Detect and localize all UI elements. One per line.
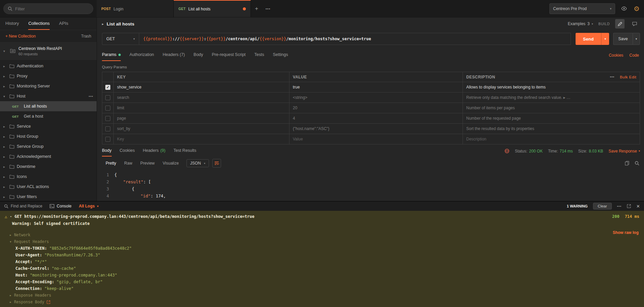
response-tab-headers[interactable]: Headers(9) (143, 148, 166, 157)
log-filter-dropdown[interactable]: All Logs ▾ (79, 204, 98, 208)
copy-icon[interactable] (625, 161, 629, 166)
new-collection-button[interactable]: + New Collection (5, 34, 36, 39)
examples-dropdown[interactable]: Examples 3 ▾ (568, 21, 593, 26)
sidebar-folder-authentication[interactable]: ▸Authentication (0, 61, 97, 71)
environment-selector[interactable]: Centreon Pre Prod ▾ (549, 3, 615, 14)
param-description[interactable]: Retrieve only data matching the defined … (463, 93, 640, 103)
param-key[interactable]: page (114, 113, 289, 123)
chevron-right-icon[interactable]: ▸ (102, 22, 104, 26)
param-row-limit[interactable]: limit20Number of items per pages (102, 103, 640, 113)
param-key[interactable]: Key (114, 134, 289, 144)
param-checkbox[interactable] (105, 95, 110, 100)
network-globe-icon[interactable] (504, 148, 509, 154)
params-options-button[interactable]: ••• (610, 75, 615, 79)
method-select[interactable]: GET ▾ (102, 33, 139, 45)
param-row-key[interactable]: KeyValueDescription (102, 134, 640, 144)
view-mode-visualize[interactable]: Visualize (159, 159, 182, 167)
workspace-filter[interactable] (3, 3, 93, 14)
request-tab-tests[interactable]: Tests (254, 52, 264, 61)
param-row-search[interactable]: search<string>Retrieve only data matchin… (102, 93, 640, 103)
cookies-link[interactable]: Cookies (609, 53, 623, 61)
param-description[interactable]: Allows to display services belonging to … (463, 82, 640, 92)
tab-overflow-button[interactable]: ••• (262, 0, 274, 17)
code-link[interactable]: Code (629, 53, 639, 61)
param-value[interactable]: <string> (289, 93, 463, 103)
find-and-replace-button[interactable]: Find and Replace (4, 204, 42, 208)
send-options-button[interactable]: ▾ (601, 33, 609, 45)
request-tab-login[interactable]: POSTLogin (97, 0, 174, 17)
request-tab-params[interactable]: Params (102, 52, 121, 61)
search-response-icon[interactable] (635, 161, 639, 166)
show-raw-log-link[interactable]: Show raw log (613, 230, 639, 235)
clear-console-button[interactable]: Clear (593, 203, 611, 209)
view-mode-raw[interactable]: Raw (120, 159, 136, 167)
save-button[interactable]: Save (613, 33, 633, 45)
param-checkbox[interactable] (105, 116, 110, 121)
sidebar-request-list-all-hosts[interactable]: GETList all hosts (0, 101, 97, 111)
console-section-request-headers[interactable]: ▾Request Headers (0, 238, 644, 245)
param-key[interactable]: search (114, 93, 289, 103)
environment-quicklook-button[interactable] (619, 3, 629, 14)
request-tab-headers-7[interactable]: Headers (7) (163, 52, 185, 61)
view-mode-pretty[interactable]: Pretty (102, 159, 120, 167)
close-console-button[interactable]: ✕ (636, 204, 640, 209)
sidebar-folder-host-group[interactable]: ▸Host Group (0, 131, 97, 141)
sidebar-folder-service[interactable]: ▸Service (0, 121, 97, 131)
response-tab-body[interactable]: Body (102, 148, 112, 157)
sidebar-folder-user-filters[interactable]: ▸User filters (0, 192, 97, 201)
save-options-button[interactable]: ▾ (633, 33, 640, 45)
collection-header[interactable]: ▾ Centreon Web RestAPI 60 requests (0, 42, 97, 60)
param-key[interactable]: show_service (114, 82, 289, 92)
sidebar-folder-acknowledgement[interactable]: ▸Acknowledgement (0, 151, 97, 162)
response-tab-cookies[interactable]: Cookies (120, 148, 135, 157)
sidebar-tab-collections[interactable]: Collections (28, 17, 50, 30)
console-tab[interactable]: Console (50, 204, 71, 208)
open-in-new-window-icon[interactable] (627, 204, 631, 208)
param-value[interactable]: {"host.name":"ASC"} (289, 124, 463, 134)
sidebar-request-get-a-host[interactable]: GETGet a host (0, 111, 97, 121)
sidebar-tab-apis[interactable]: APIs (59, 17, 68, 30)
param-key[interactable]: limit (114, 103, 289, 113)
param-value[interactable]: 20 (289, 103, 463, 113)
request-tab-pre-request-script[interactable]: Pre-request Script (212, 52, 246, 61)
sidebar-folder-service-group[interactable]: ▸Service Group (0, 141, 97, 151)
settings-button[interactable]: ⚙ (631, 3, 642, 14)
console-log-entry[interactable]: ⚠ ▾ GET https://monitoring-preprod.compa… (0, 213, 644, 220)
save-response-button[interactable]: Save Response ▾ (608, 149, 640, 154)
console-section-response-body[interactable]: ▸Response Body (0, 299, 644, 305)
console-section-network[interactable]: ▸Network (0, 232, 644, 238)
sidebar-folder-monitoring-server[interactable]: ▸Monitoring Server (0, 81, 97, 91)
wrap-lines-button[interactable] (212, 159, 221, 168)
console-section-response-headers[interactable]: ▸Response Headers (0, 292, 644, 299)
trash-button[interactable]: Trash (81, 34, 91, 39)
format-select[interactable]: JSON ▾ (186, 159, 209, 167)
comments-button[interactable] (630, 19, 639, 28)
filter-input[interactable] (15, 6, 89, 11)
sidebar-folder-icons[interactable]: ▸Icons (0, 172, 97, 182)
sidebar-folder-user-acl-actions[interactable]: ▸User ACL actions (0, 182, 97, 192)
sidebar-folder-host[interactable]: ▾Host••• (0, 91, 97, 101)
sidebar-tab-history[interactable]: History (5, 17, 19, 30)
sidebar-folder-proxy[interactable]: ▸Proxy (0, 71, 97, 81)
url-input[interactable]: {{protocol}}://{{server}}:{{port}}/centr… (139, 33, 571, 45)
param-checkbox[interactable] (105, 106, 110, 111)
request-tab-authorization[interactable]: Authorization (129, 52, 154, 61)
param-checkbox[interactable] (105, 137, 110, 142)
folder-options-button[interactable]: ••• (89, 95, 93, 98)
param-row-sort-by[interactable]: sort_by{"host.name":"ASC"}Sort the resul… (102, 124, 640, 134)
param-row-show-service[interactable]: ✓show_servicetrueAllows to display servi… (102, 82, 640, 93)
request-tab-body[interactable]: Body (194, 52, 203, 61)
new-tab-button[interactable]: + (251, 0, 262, 17)
sidebar-folder-downtime[interactable]: ▸Downtime (0, 162, 97, 172)
param-value[interactable]: Value (289, 134, 463, 144)
console-options-button[interactable]: ••• (617, 204, 622, 208)
param-description[interactable]: Sort the resulted data by its properties (463, 124, 640, 134)
param-checkbox[interactable]: ✓ (105, 85, 110, 90)
send-button[interactable]: Send (576, 33, 601, 45)
param-description[interactable]: Number of items per pages (463, 103, 640, 113)
param-value[interactable]: 4 (289, 113, 463, 123)
expand-caret-icon[interactable]: ▾ (10, 215, 12, 218)
response-tab-test-results[interactable]: Test Results (173, 148, 196, 157)
edit-button[interactable] (615, 19, 625, 28)
param-description[interactable]: Description (463, 134, 640, 144)
